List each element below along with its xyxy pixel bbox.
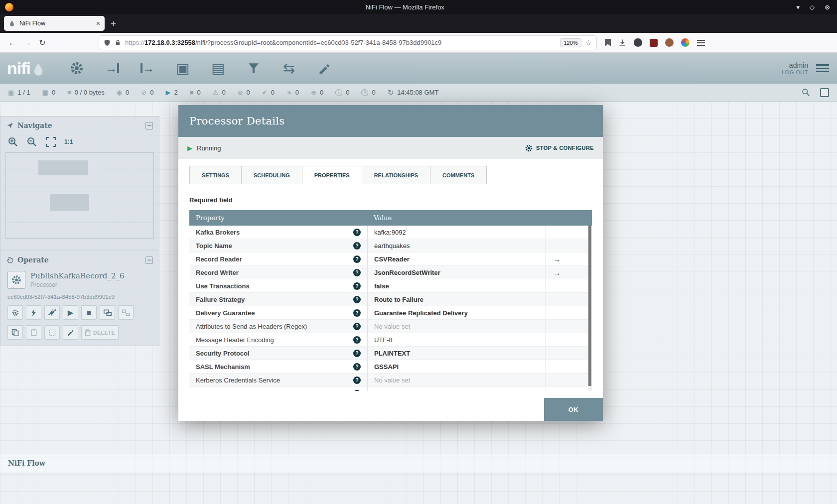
account-extension-icon[interactable]	[634, 38, 642, 47]
funnel-tool[interactable]	[242, 58, 265, 79]
flow-status-panel-icon[interactable]	[820, 88, 829, 97]
table-row: Record Reader? CSVReader →	[189, 252, 592, 266]
status-queued: ≡0 / 0 bytes	[67, 89, 105, 96]
help-icon[interactable]: ?	[353, 323, 361, 330]
help-icon[interactable]: ?	[353, 377, 361, 384]
enable-button[interactable]	[26, 305, 41, 320]
navigate-icon	[6, 122, 13, 129]
window-close-button[interactable]: ⊗	[825, 3, 830, 11]
help-icon[interactable]: ?	[353, 336, 361, 344]
disable-button[interactable]	[44, 305, 60, 320]
help-icon[interactable]: ?	[353, 309, 361, 317]
avatar-extension-icon[interactable]	[665, 38, 674, 47]
scrollbar-thumb[interactable]	[588, 226, 591, 386]
status-transmitting: ◉0	[117, 89, 130, 96]
refresh-icon[interactable]: ↻	[388, 89, 394, 96]
table-row: SASL Mechanism? GSSAPI	[189, 360, 592, 374]
help-icon[interactable]: ?	[353, 255, 361, 263]
template-tool[interactable]: ⇆	[278, 58, 300, 79]
tab-properties[interactable]: PROPERTIES	[302, 166, 362, 184]
forward-button[interactable]: →	[20, 36, 35, 50]
breadcrumb[interactable]: NiFi Flow	[8, 459, 45, 467]
go-to-service-icon[interactable]: →	[553, 255, 560, 263]
browser-tabstrip: NiFi Flow × +	[0, 14, 837, 33]
input-port-tool[interactable]: →	[101, 58, 124, 79]
change-version-button[interactable]	[44, 325, 60, 340]
help-icon[interactable]: ?	[353, 229, 361, 236]
help-icon[interactable]: ?	[353, 242, 361, 250]
process-group-tool[interactable]: ▣	[171, 58, 194, 79]
ublock-extension-icon[interactable]	[650, 39, 658, 47]
table-row: Failure Strategy? Route to Failure	[189, 293, 592, 306]
label-tool[interactable]	[313, 58, 336, 79]
help-icon[interactable]: ?	[353, 296, 361, 303]
status-not-transmitting: ⊘0	[141, 89, 153, 96]
running-state-label: Running	[197, 144, 221, 152]
tab-relationships[interactable]: RELATIONSHIPS	[362, 166, 430, 184]
back-button[interactable]: ←	[5, 36, 20, 50]
nifi-favicon	[8, 20, 15, 27]
help-icon[interactable]: ?	[353, 363, 361, 371]
bookmark-star-icon[interactable]: ☆	[585, 38, 592, 47]
component-toolbar: → → ▣ ▤ ⇆	[65, 58, 336, 79]
tracking-shield-icon[interactable]	[104, 39, 111, 47]
stop-button[interactable]: ■	[81, 305, 97, 320]
zoom-actual-size-button[interactable]: 1:1	[64, 138, 73, 145]
zoom-level-badge[interactable]: 120%	[560, 38, 581, 47]
delete-button[interactable]: DELETE	[81, 325, 119, 340]
collapse-navigate-button[interactable]: −	[145, 122, 153, 129]
table-row: Record Writer? JsonRecordSetWriter →	[189, 266, 592, 279]
status-active-threads: ▦0	[42, 89, 56, 96]
logout-link[interactable]: LOG OUT	[782, 69, 808, 75]
operate-icon	[6, 256, 13, 263]
collapse-operate-button[interactable]: −	[145, 256, 153, 264]
browser-menu-icon[interactable]	[697, 40, 705, 46]
tab-scheduling[interactable]: SCHEDULING	[241, 166, 302, 184]
tab-close-icon[interactable]: ×	[96, 19, 100, 27]
help-icon[interactable]: ?	[353, 269, 361, 276]
help-icon[interactable]: ?	[353, 350, 361, 357]
browser-tab[interactable]: NiFi Flow ×	[4, 16, 105, 31]
paste-button[interactable]	[26, 325, 41, 340]
help-icon[interactable]: ?	[353, 282, 361, 290]
window-maximize-button[interactable]: ◇	[810, 3, 815, 11]
table-row: Use Transactions? false	[189, 279, 592, 293]
reload-button[interactable]: ↻	[35, 36, 50, 50]
ungroup-button[interactable]	[118, 305, 134, 320]
remote-process-group-tool[interactable]: ▤	[207, 58, 230, 79]
fill-color-button[interactable]	[63, 325, 78, 340]
nifi-global-menu-icon[interactable]	[816, 64, 829, 72]
zoom-in-button[interactable]	[7, 136, 18, 147]
lock-icon[interactable]	[115, 39, 121, 46]
pinwheel-extension-icon[interactable]	[681, 38, 690, 47]
running-state-icon: ▶	[187, 144, 192, 152]
output-port-tool[interactable]: →	[136, 58, 159, 79]
group-button[interactable]	[100, 305, 115, 320]
tab-comments[interactable]: COMMENTS	[430, 166, 487, 184]
ok-button[interactable]: OK	[544, 398, 603, 421]
tab-settings[interactable]: SETTINGS	[189, 166, 242, 184]
configure-button[interactable]	[7, 305, 23, 320]
table-row: Kerberos Credentials Service? No value s…	[189, 374, 592, 387]
birdseye-minimap[interactable]	[5, 152, 154, 223]
window-minimize-button[interactable]: ▾	[797, 3, 800, 11]
stop-and-configure-button[interactable]: STOP & CONFIGURE	[525, 144, 594, 152]
downloads-icon[interactable]	[618, 39, 626, 47]
processor-tool[interactable]	[65, 58, 88, 79]
help-icon[interactable]: ?	[353, 390, 361, 391]
new-tab-button[interactable]: +	[111, 19, 116, 28]
go-to-service-icon[interactable]: →	[553, 268, 560, 277]
processor-details-dialog: Processor Details ▶ Running STOP & CONFI…	[178, 105, 603, 421]
pocket-icon[interactable]	[605, 39, 611, 46]
search-icon[interactable]	[802, 88, 810, 97]
start-button[interactable]: ▶	[63, 305, 78, 320]
status-invalid: ⚠0	[213, 89, 226, 96]
url-bar[interactable]: https://172.18.0.3:32558/nifi/?processGr…	[99, 35, 597, 50]
zoom-out-button[interactable]	[26, 136, 37, 147]
copy-button[interactable]	[7, 325, 23, 340]
stopped-icon: ■	[190, 89, 194, 96]
selected-component-name: PublishKafkaRecord_2_6	[30, 271, 125, 280]
zoom-fit-button[interactable]	[45, 136, 56, 147]
table-row: Topic Name? earthquakes	[189, 239, 592, 252]
table-scrollbar[interactable]	[588, 226, 592, 391]
